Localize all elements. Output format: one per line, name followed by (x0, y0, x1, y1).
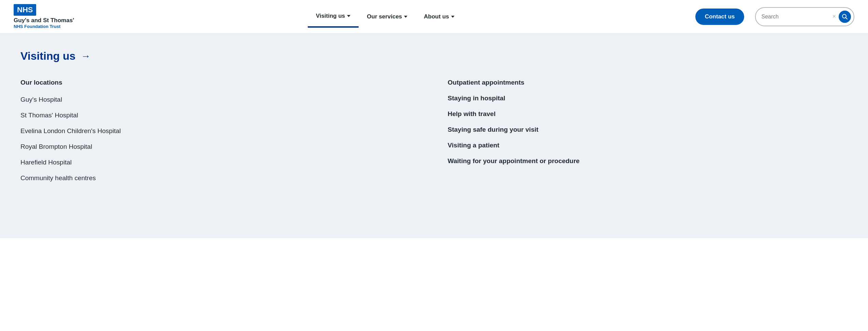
chevron-down-icon (451, 16, 454, 18)
locations-header: Our locations (20, 79, 420, 86)
trust-subtitle: NHS Foundation Trust (14, 24, 82, 29)
main-nav: Visiting us Our services About us (89, 6, 682, 28)
list-item[interactable]: Outpatient appointments (448, 79, 848, 86)
nav-item-about-us[interactable]: About us (416, 6, 463, 27)
search-area: × (755, 7, 854, 26)
dropdown-title-text: Visiting us (20, 50, 75, 62)
trust-name: Guy's and St Thomas' (14, 17, 82, 24)
list-item[interactable]: Royal Brompton Hospital (20, 143, 420, 150)
list-item[interactable]: Staying in hospital (448, 95, 848, 102)
nav-item-visiting-us[interactable]: Visiting us (308, 6, 359, 28)
arrow-right-icon: → (81, 51, 90, 62)
locations-column: Our locations Guy's Hospital St Thomas' … (20, 79, 420, 190)
list-item[interactable]: Evelina London Children's Hospital (20, 127, 420, 135)
close-icon[interactable]: × (832, 13, 836, 20)
svg-line-1 (846, 17, 848, 19)
list-item[interactable]: Visiting a patient (448, 142, 848, 149)
list-item[interactable]: Staying safe during your visit (448, 126, 848, 133)
info-column: Outpatient appointments Staying in hospi… (448, 79, 848, 190)
search-button[interactable] (839, 11, 851, 23)
nav-item-our-services[interactable]: Our services (359, 6, 416, 27)
chevron-down-icon (347, 15, 350, 17)
nhs-logo[interactable]: NHS (14, 4, 36, 16)
list-item[interactable]: Harefield Hospital (20, 159, 420, 166)
list-item[interactable]: St Thomas' Hospital (20, 112, 420, 119)
nav-label-visiting-us: Visiting us (316, 13, 345, 19)
contact-us-button[interactable]: Contact us (695, 9, 744, 25)
search-input[interactable] (761, 14, 829, 20)
nav-label-our-services: Our services (367, 13, 402, 20)
nav-label-about-us: About us (424, 13, 449, 20)
dropdown-title[interactable]: Visiting us → (20, 50, 848, 62)
logo-area: NHS Guy's and St Thomas' NHS Foundation … (14, 4, 82, 29)
visiting-us-dropdown: Visiting us → Our locations Guy's Hospit… (0, 33, 868, 238)
search-icon (842, 14, 848, 20)
main-header: NHS Guy's and St Thomas' NHS Foundation … (0, 0, 868, 33)
dropdown-columns: Our locations Guy's Hospital St Thomas' … (20, 79, 848, 190)
chevron-down-icon (404, 16, 407, 18)
list-item[interactable]: Guy's Hospital (20, 96, 420, 103)
list-item[interactable]: Help with travel (448, 110, 848, 118)
list-item[interactable]: Community health centres (20, 174, 420, 182)
list-item[interactable]: Waiting for your appointment or procedur… (448, 157, 848, 165)
